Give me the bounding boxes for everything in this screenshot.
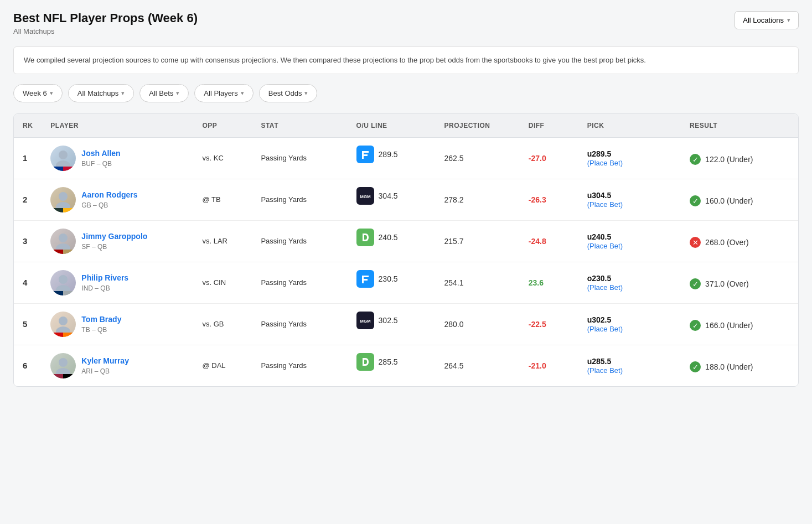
opp-cell: vs. KC xyxy=(193,137,252,179)
rank-cell: 5 xyxy=(14,303,42,345)
opp-cell: vs. GB xyxy=(193,303,252,345)
ou-value: 289.5 xyxy=(379,150,398,159)
result-cell: ✓ 160.0 (Under) xyxy=(681,188,798,214)
place-bet-link[interactable]: (Place Bet) xyxy=(587,159,623,167)
diff-cell: -22.5 xyxy=(520,303,578,345)
location-dropdown[interactable]: All Locations ▾ xyxy=(735,11,799,29)
col-opp: OPP xyxy=(193,114,252,138)
svg-point-13 xyxy=(59,317,68,325)
place-bet-link[interactable]: (Place Bet) xyxy=(587,366,623,375)
odds-filter[interactable]: Best Odds ▾ xyxy=(259,84,318,102)
pick-cell: u240.5 (Place Bet) xyxy=(578,220,681,262)
projection-cell: 264.5 xyxy=(435,345,519,386)
player-name: Aaron Rodgers xyxy=(81,190,137,200)
players-filter[interactable]: All Players ▾ xyxy=(194,84,253,102)
matchups-filter[interactable]: All Matchups ▾ xyxy=(68,84,134,102)
table-row: 4 Philip Rivers IND – QB vs. CIN Passing… xyxy=(14,262,798,303)
ou-value: 302.5 xyxy=(379,316,398,325)
sportsbook-logo: MGM xyxy=(356,187,374,205)
team-stripe xyxy=(50,208,76,212)
stat-cell: Passing Yards xyxy=(252,220,347,262)
col-rk: RK xyxy=(14,114,42,138)
pick-label: u304.5 xyxy=(587,191,672,200)
player-team: ARI – QB xyxy=(81,367,129,375)
result-check-icon: ✓ xyxy=(690,278,701,289)
col-result: RESULT xyxy=(681,114,798,138)
player-team: TB – QB xyxy=(81,326,121,334)
diff-cell: -27.0 xyxy=(520,137,578,179)
result-value: 160.0 (Under) xyxy=(705,196,753,205)
ou-cell: 240.5 xyxy=(348,221,436,254)
place-bet-link[interactable]: (Place Bet) xyxy=(587,283,623,292)
opp-cell: vs. CIN xyxy=(193,262,252,303)
avatar xyxy=(50,312,76,337)
col-pick: PICK xyxy=(578,114,681,138)
projection-cell: 215.7 xyxy=(435,220,519,262)
stat-cell: Passing Yards xyxy=(252,262,347,303)
result-check-icon: ✓ xyxy=(690,361,701,372)
pick-cell: u285.5 (Place Bet) xyxy=(578,345,681,386)
player-cell: Aaron Rodgers GB – QB xyxy=(42,179,193,220)
player-name: Jimmy Garoppolo xyxy=(81,231,147,241)
stat-cell: Passing Yards xyxy=(252,179,347,220)
result-value: 188.0 (Under) xyxy=(705,362,753,371)
result-x-icon: ✕ xyxy=(690,237,701,248)
svg-point-7 xyxy=(59,234,68,242)
player-info: Philip Rivers IND – QB xyxy=(81,273,128,292)
place-bet-link[interactable]: (Place Bet) xyxy=(587,200,623,209)
page-subtitle: All Matchups xyxy=(13,27,198,35)
table-row: 6 Kyler Murray ARI – QB @ DAL Passing Ya… xyxy=(14,345,798,386)
player-info: Jimmy Garoppolo SF – QB xyxy=(81,231,147,250)
stat-cell: Passing Yards xyxy=(252,137,347,179)
player-info: Kyler Murray ARI – QB xyxy=(81,356,129,375)
pick-cell: u302.5 (Place Bet) xyxy=(578,303,681,345)
player-team: SF – QB xyxy=(81,243,147,251)
player-team: BUF – QB xyxy=(81,160,120,168)
result-cell: ✓ 122.0 (Under) xyxy=(681,146,798,173)
svg-point-0 xyxy=(59,151,68,159)
svg-point-3 xyxy=(59,192,68,201)
result-cell: ✓ 371.0 (Over) xyxy=(681,271,798,297)
ou-cell: 230.5 xyxy=(348,262,436,295)
svg-point-17 xyxy=(59,358,68,367)
bets-filter[interactable]: All Bets ▾ xyxy=(139,84,189,102)
team-stripe xyxy=(50,167,76,171)
col-stat: STAT xyxy=(252,114,347,138)
player-cell: Kyler Murray ARI – QB xyxy=(42,345,193,386)
place-bet-link[interactable]: (Place Bet) xyxy=(587,325,623,333)
props-table: RK PLAYER OPP STAT O/U LINE PROJECTION D… xyxy=(13,113,799,387)
team-stripe xyxy=(50,250,76,254)
player-team: IND – QB xyxy=(81,284,128,292)
player-cell: Josh Allen BUF – QB xyxy=(42,137,193,179)
ou-cell: 285.5 xyxy=(348,345,436,378)
player-name: Josh Allen xyxy=(81,148,120,158)
ou-value: 230.5 xyxy=(379,274,398,283)
col-diff: DIFF xyxy=(520,114,578,138)
pick-cell: o230.5 (Place Bet) xyxy=(578,262,681,303)
diff-cell: 23.6 xyxy=(520,262,578,303)
table-row: 1 Josh Allen BUF – QB vs. KC Passing Yar… xyxy=(14,137,798,179)
avatar xyxy=(50,229,76,254)
week-filter[interactable]: Week 6 ▾ xyxy=(13,84,63,102)
place-bet-link[interactable]: (Place Bet) xyxy=(587,242,623,250)
diff-cell: -21.0 xyxy=(520,345,578,386)
player-name: Philip Rivers xyxy=(81,273,128,283)
player-info: Josh Allen BUF – QB xyxy=(81,148,120,167)
rank-cell: 6 xyxy=(14,345,42,386)
sportsbook-logo xyxy=(356,229,374,246)
chevron-down-icon: ▾ xyxy=(121,90,125,97)
pick-label: u285.5 xyxy=(587,357,672,366)
rank-cell: 4 xyxy=(14,262,42,303)
projection-cell: 280.0 xyxy=(435,303,519,345)
filters-row: Week 6 ▾ All Matchups ▾ All Bets ▾ All P… xyxy=(13,84,799,102)
pick-label: u302.5 xyxy=(587,315,672,324)
result-cell: ✓ 166.0 (Under) xyxy=(681,312,798,339)
table-row: 5 Tom Brady TB – QB vs. GB Passing Yards… xyxy=(14,303,798,345)
pick-label: u240.5 xyxy=(587,232,672,241)
description-box: We compiled several projection sources t… xyxy=(13,46,799,74)
diff-cell: -26.3 xyxy=(520,179,578,220)
table-row: 3 Jimmy Garoppolo SF – QB vs. LAR Passin… xyxy=(14,220,798,262)
pick-cell: u289.5 (Place Bet) xyxy=(578,137,681,179)
chevron-down-icon: ▾ xyxy=(304,90,308,97)
result-check-icon: ✓ xyxy=(690,195,701,206)
